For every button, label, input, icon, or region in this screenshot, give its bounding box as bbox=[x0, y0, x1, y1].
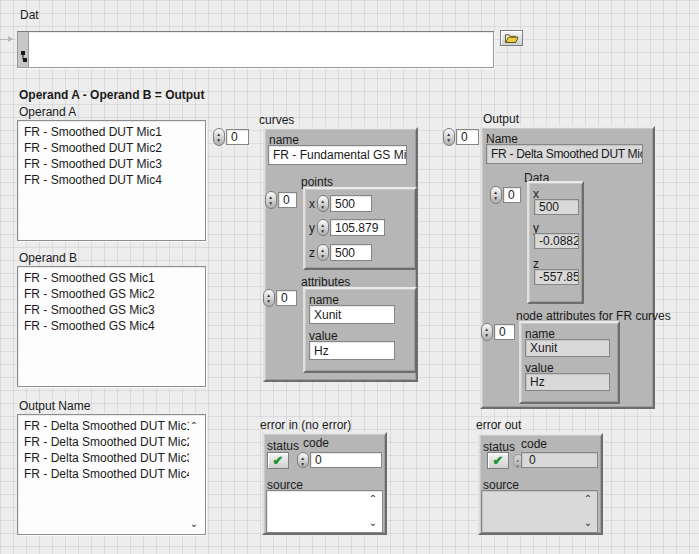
point-x-label: x bbox=[309, 197, 315, 211]
curves-index-field[interactable]: 0 bbox=[226, 129, 249, 145]
increment-icon[interactable]: ▴ bbox=[495, 189, 498, 194]
error-in-source-box[interactable] bbox=[266, 490, 383, 533]
operand-b-listbox[interactable]: FR - Smoothed GS Mic1 FR - Smoothed GS M… bbox=[17, 266, 206, 387]
decrement-icon[interactable]: ▾ bbox=[302, 461, 305, 466]
node-attribute-value-field: Hz bbox=[525, 373, 610, 391]
decrement-icon[interactable]: ▾ bbox=[322, 228, 325, 233]
node-attribute-name-field: Xunit bbox=[525, 339, 610, 357]
curves-label: curves bbox=[259, 113, 294, 127]
list-item[interactable]: FR - Smoothed DUT Mic2 bbox=[24, 140, 205, 156]
list-item[interactable]: FR - Delta Smoothed DUT Mic3 bbox=[24, 450, 189, 466]
decrement-icon[interactable]: ▾ bbox=[218, 137, 221, 142]
path-type-icon bbox=[19, 50, 28, 63]
list-item[interactable]: FR - Smoothed DUT Mic1 bbox=[24, 124, 205, 140]
list-item[interactable]: FR - Delta Smoothed DUT Mic2 bbox=[24, 434, 189, 450]
points-index-spinner[interactable]: ▴ ▾ bbox=[265, 191, 277, 209]
data-index-spinner[interactable]: ▴ ▾ bbox=[490, 186, 502, 204]
attribute-name-field[interactable]: Xunit bbox=[309, 305, 395, 324]
error-in-code-field[interactable]: 0 bbox=[310, 452, 382, 468]
operand-a-listbox[interactable]: FR - Smoothed DUT Mic1 FR - Smoothed DUT… bbox=[17, 120, 206, 241]
attributes-index-spinner[interactable]: ▴ ▾ bbox=[263, 289, 275, 307]
decrement-icon[interactable]: ▾ bbox=[322, 204, 325, 209]
list-item[interactable]: FR - Smoothed DUT Mic3 bbox=[24, 156, 205, 172]
list-item[interactable]: FR - Delta Smoothed DUT Mic1 bbox=[24, 418, 189, 434]
decrement-icon[interactable]: ▾ bbox=[270, 200, 273, 205]
list-item[interactable]: FR - Delta Smoothed DUT Mic4 bbox=[24, 466, 189, 482]
labview-front-panel: Dat Operand A - Operand B = Output Opera… bbox=[0, 0, 699, 554]
decrement-icon[interactable]: ▾ bbox=[268, 298, 271, 303]
increment-icon[interactable]: ▴ bbox=[322, 222, 325, 227]
error-out-source-box bbox=[481, 490, 598, 533]
browse-button[interactable] bbox=[500, 30, 523, 46]
increment-icon[interactable]: ▴ bbox=[322, 198, 325, 203]
curves-name-field[interactable]: FR - Fundamental GS Mic1 bbox=[268, 145, 407, 165]
check-icon: ✔ bbox=[493, 454, 504, 467]
error-out-status-indicator: ✔ bbox=[487, 452, 509, 469]
equation-heading: Operand A - Operand B = Output bbox=[19, 88, 204, 102]
increment-icon[interactable]: ▴ bbox=[268, 292, 271, 297]
data-x-field: 500 bbox=[534, 199, 579, 215]
scroll-up-icon[interactable]: ⌃ bbox=[367, 494, 379, 504]
scroll-up-icon: ⌃ bbox=[582, 494, 594, 504]
path-label: Dat bbox=[20, 8, 39, 22]
wire-arrow-icon bbox=[8, 36, 13, 42]
error-in-status-button[interactable]: ✔ bbox=[267, 452, 289, 469]
path-input[interactable] bbox=[17, 31, 494, 68]
node-attributes-index-spinner[interactable]: ▴ ▾ bbox=[481, 323, 493, 341]
scroll-down-icon: ⌄ bbox=[582, 518, 594, 528]
scroll-down-icon[interactable]: ⌄ bbox=[188, 519, 200, 529]
decrement-icon[interactable]: ▾ bbox=[322, 253, 325, 258]
point-x-field[interactable]: 500 bbox=[330, 195, 372, 212]
error-out-code-label: code bbox=[521, 437, 547, 451]
list-item[interactable]: FR - Smoothed GS Mic3 bbox=[24, 302, 205, 318]
scroll-up-icon[interactable]: ⌃ bbox=[188, 421, 200, 431]
scroll-down-icon[interactable]: ⌄ bbox=[367, 518, 379, 528]
output-name-field: FR - Delta Smoothed DUT Mic1 bbox=[486, 144, 643, 164]
check-icon: ✔ bbox=[273, 454, 284, 467]
increment-icon[interactable]: ▴ bbox=[486, 326, 489, 331]
operand-b-label: Operand B bbox=[19, 251, 77, 265]
points-index-field[interactable]: 0 bbox=[278, 192, 297, 208]
list-item[interactable]: FR - Smoothed GS Mic1 bbox=[24, 270, 205, 286]
point-x-spinner[interactable]: ▴ ▾ bbox=[317, 195, 329, 212]
data-index-field[interactable]: 0 bbox=[503, 187, 521, 203]
operand-a-label: Operand A bbox=[19, 105, 76, 119]
list-item[interactable]: FR - Smoothed GS Mic4 bbox=[24, 318, 205, 334]
point-y-field[interactable]: 105.879 bbox=[330, 219, 385, 236]
point-z-spinner[interactable]: ▴ ▾ bbox=[317, 244, 329, 261]
error-in-code-label: code bbox=[303, 436, 329, 450]
error-in-code-spinner[interactable]: ▴ ▾ bbox=[297, 452, 309, 468]
point-y-spinner[interactable]: ▴ ▾ bbox=[317, 219, 329, 236]
attribute-value-field[interactable]: Hz bbox=[309, 341, 395, 360]
list-item[interactable]: FR - Smoothed DUT Mic4 bbox=[24, 172, 205, 188]
output-name-listbox[interactable]: FR - Delta Smoothed DUT Mic1 FR - Delta … bbox=[17, 414, 206, 535]
path-grip bbox=[18, 32, 29, 67]
error-in-label: error in (no error) bbox=[260, 418, 351, 432]
data-y-field: -0.08823 bbox=[534, 233, 579, 249]
attributes-index-field[interactable]: 0 bbox=[276, 290, 297, 306]
decrement-icon[interactable]: ▾ bbox=[448, 137, 451, 142]
increment-icon[interactable]: ▴ bbox=[218, 131, 221, 136]
increment-icon[interactable]: ▴ bbox=[322, 247, 325, 252]
decrement-icon[interactable]: ▾ bbox=[486, 332, 489, 337]
data-z-field: -557.857 bbox=[534, 269, 579, 285]
increment-icon[interactable]: ▴ bbox=[270, 194, 273, 199]
decrement-icon[interactable]: ▾ bbox=[495, 195, 498, 200]
error-out-label: error out bbox=[476, 418, 521, 432]
folder-icon bbox=[504, 33, 519, 44]
increment-icon: ▴ bbox=[517, 457, 520, 462]
error-in-status-label: status bbox=[267, 439, 299, 453]
output-label: Output bbox=[483, 112, 519, 126]
list-item[interactable]: FR - Smoothed GS Mic2 bbox=[24, 286, 205, 302]
output-index-field[interactable]: 0 bbox=[456, 129, 479, 145]
curves-index-spinner[interactable]: ▴ ▾ bbox=[213, 128, 225, 146]
node-attributes-index-field[interactable]: 0 bbox=[494, 324, 515, 340]
output-index-spinner[interactable]: ▴ ▾ bbox=[443, 128, 455, 146]
decrement-icon: ▾ bbox=[517, 463, 520, 468]
point-y-label: y bbox=[309, 221, 315, 235]
error-out-code-field: 0 bbox=[521, 452, 598, 468]
point-z-field[interactable]: 500 bbox=[330, 244, 372, 261]
increment-icon[interactable]: ▴ bbox=[448, 131, 451, 136]
increment-icon[interactable]: ▴ bbox=[302, 455, 305, 460]
point-z-label: z bbox=[309, 246, 315, 260]
